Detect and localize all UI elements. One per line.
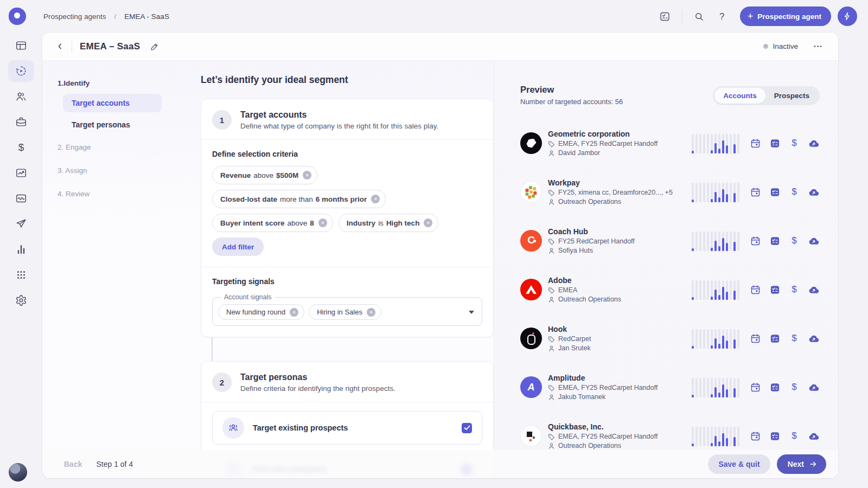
plus-icon: + (748, 11, 754, 21)
sidebar-item-trend-chart[interactable] (8, 162, 34, 184)
cloud-upload-icon[interactable] (808, 332, 820, 344)
calendar-icon[interactable] (749, 186, 761, 198)
sidebar-item-people[interactable] (8, 86, 34, 107)
status-badge: Inactive (763, 42, 798, 50)
person-icon (548, 198, 555, 206)
remove-chip-icon[interactable]: ✕ (290, 308, 298, 317)
remove-chip-icon[interactable]: ✕ (371, 195, 380, 203)
account-name: Amplitude (548, 374, 658, 382)
sidebar-item-settings[interactable] (8, 290, 34, 311)
remove-chip-icon[interactable]: ✕ (303, 171, 311, 179)
remove-chip-icon[interactable]: ✕ (424, 219, 432, 227)
report-check-icon[interactable] (769, 137, 781, 149)
tag-icon (548, 140, 555, 147)
wizard-nav-target-personas[interactable]: Target personas (63, 115, 162, 134)
option-label: Target existing prospects (253, 423, 348, 432)
wizard-nav-2-engage[interactable]: 2. Engage (55, 137, 201, 157)
account-row[interactable]: AmplitudeEMEA, FY25 RedCarpet HandoffJak… (520, 367, 820, 407)
sidebar-item-bar-chart[interactable] (8, 239, 34, 260)
logo-geometric (520, 132, 542, 154)
wizard-nav-3-assign[interactable]: 3. Assign (55, 160, 201, 181)
option-target-existing-prospects[interactable]: Target existing prospects (212, 411, 482, 445)
quick-actions-button[interactable] (838, 7, 857, 26)
cloud-upload-icon[interactable] (808, 137, 820, 149)
account-signals-field[interactable]: Account signals New funding round ✕Hirin… (212, 293, 482, 326)
more-options-icon[interactable] (810, 41, 825, 52)
calendar-icon[interactable] (749, 137, 761, 149)
prospecting-agent-button[interactable]: + Prospecting agent (740, 7, 831, 26)
cloud-upload-icon[interactable] (808, 284, 820, 296)
remove-chip-icon[interactable]: ✕ (367, 308, 375, 317)
breadcrumb-prospecting-agents[interactable]: Prospecting agents (43, 12, 106, 21)
dollar-icon[interactable]: $ (788, 235, 800, 247)
breadcrumb-separator: / (114, 12, 117, 21)
account-row[interactable]: HookRedCarpetJan Srutek$ (520, 318, 820, 358)
report-check-icon[interactable] (769, 332, 781, 344)
account-row[interactable]: WorkpayFY25, ximena cc, Dreamforce20...,… (520, 172, 820, 212)
search-icon[interactable] (690, 7, 709, 25)
tab-prospects[interactable]: Prospects (765, 88, 818, 104)
report-check-icon[interactable] (769, 235, 781, 247)
checkbox[interactable] (462, 423, 472, 433)
outreach-logo[interactable] (9, 8, 26, 25)
save-quit-button[interactable]: Save & quit (708, 454, 770, 474)
user-avatar[interactable] (9, 463, 27, 481)
agent-header: EMEA – SaaS Inactive (42, 33, 838, 61)
report-check-icon[interactable] (769, 284, 781, 296)
cloud-upload-icon[interactable] (808, 381, 820, 393)
sidebar-item-dashboard[interactable] (8, 35, 34, 56)
engagement-sparkline (692, 377, 739, 397)
account-tags: FY25 RedCarpet Handoff (548, 237, 635, 245)
sidebar-item-send[interactable] (8, 213, 34, 235)
edit-pencil-icon[interactable] (148, 40, 162, 54)
calendar-icon[interactable] (749, 430, 761, 442)
cloud-upload-icon[interactable] (808, 186, 820, 198)
agent-title: EMEA – SaaS (80, 41, 140, 52)
sidebar-item-apps-grid[interactable] (8, 264, 34, 286)
dollar-icon[interactable]: $ (788, 137, 800, 149)
report-check-icon[interactable] (769, 186, 781, 198)
step2-title: Target personas (240, 373, 395, 382)
wizard-nav-1-identify[interactable]: 1.Identify (55, 76, 201, 94)
add-filter-button[interactable]: Add filter (212, 237, 264, 256)
sidebar-item-dollar[interactable]: $ (8, 137, 34, 158)
report-check-icon[interactable] (769, 381, 781, 393)
dollar-icon[interactable]: $ (788, 186, 800, 198)
wizard-nav-target-accounts[interactable]: Target accounts (63, 94, 162, 112)
preview-tabs: AccountsProspects (713, 86, 820, 105)
sidebar-item-activity-card[interactable] (8, 188, 34, 209)
sidebar-item-agents[interactable] (8, 60, 34, 82)
remove-chip-icon[interactable]: ✕ (318, 219, 327, 227)
calendar-icon[interactable] (749, 332, 761, 344)
chevron-down-icon[interactable] (469, 311, 474, 314)
tab-accounts[interactable]: Accounts (714, 88, 765, 104)
calendar-icon[interactable] (749, 381, 761, 393)
help-icon[interactable]: ? (713, 7, 731, 25)
step-number-1: 1 (212, 110, 232, 130)
dollar-icon[interactable]: $ (788, 332, 800, 344)
send-icon (15, 218, 27, 230)
next-button[interactable]: Next (777, 454, 826, 474)
account-row[interactable]: AdobeEMEAOutreach Operations$ (520, 269, 820, 310)
cloud-upload-icon[interactable] (808, 430, 820, 442)
wizard-nav-4-review[interactable]: 4. Review (55, 184, 201, 204)
engagement-sparkline (692, 426, 739, 446)
people-group-icon (222, 417, 244, 439)
back-chevron-icon[interactable] (52, 39, 67, 54)
dollar-icon[interactable]: $ (788, 430, 800, 442)
header-divider (72, 41, 72, 53)
agent-tasks-icon[interactable] (656, 7, 674, 25)
dollar-icon[interactable]: $ (788, 381, 800, 393)
cloud-upload-icon[interactable] (808, 235, 820, 247)
breadcrumb: Prospecting agents / EMEA - SaaS (43, 12, 169, 21)
sidebar-item-briefcase[interactable] (8, 111, 34, 133)
calendar-icon[interactable] (749, 284, 761, 296)
dollar-icon[interactable]: $ (788, 284, 800, 296)
account-owner: Outreach Operations (548, 198, 673, 206)
calendar-icon[interactable] (749, 235, 761, 247)
account-row[interactable]: Geometric corporationEMEA, FY25 RedCarpe… (520, 123, 820, 163)
back-button[interactable]: Back (64, 460, 82, 468)
report-check-icon[interactable] (769, 430, 781, 442)
step-connector (212, 337, 213, 361)
account-row[interactable]: Coach HubFY25 RedCarpet HandoffSofiya Hu… (520, 221, 820, 261)
